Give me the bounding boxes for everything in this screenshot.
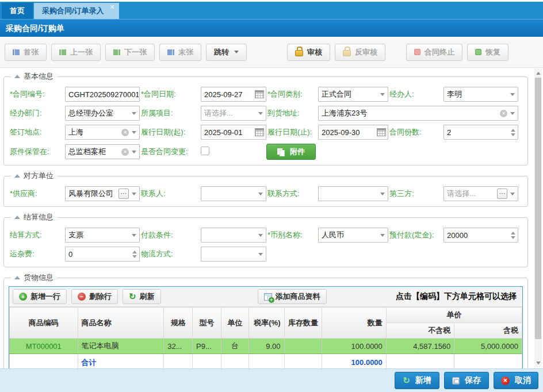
new-button[interactable]: 新增 xyxy=(395,372,439,389)
contract-change-checkbox[interactable] xyxy=(201,147,209,155)
goods-grid-panel: 新增一行 删除行 刷新 添加商品资料 点击【编码】下方单元格可以选择 xyxy=(9,286,523,372)
cell-model[interactable]: P9... xyxy=(193,339,221,354)
clear-icon[interactable] xyxy=(121,148,129,156)
prepayment-stepper[interactable]: 20000 xyxy=(443,228,518,243)
contact-way-select[interactable] xyxy=(318,186,388,201)
cell-name[interactable]: 笔记本电脑 xyxy=(78,339,164,354)
lookup-icon[interactable]: ⋯ xyxy=(497,189,507,199)
start-date-input[interactable]: 2025-09-01 xyxy=(201,125,266,140)
prev-record-label: 上一张 xyxy=(70,47,93,57)
project-select[interactable]: 请选择... xyxy=(201,106,266,121)
freight-label: 运杂费: xyxy=(9,249,65,259)
section-counterpart-title: 对方单位 xyxy=(24,171,53,181)
add-row-button[interactable]: 新增一行 xyxy=(13,289,67,304)
scroll-up-icon[interactable] xyxy=(534,69,542,77)
audit-button[interactable]: 审核 xyxy=(287,44,330,61)
sign-place-combo[interactable]: 上海 xyxy=(65,125,140,140)
restore-button[interactable]: 恢复 xyxy=(467,44,508,61)
chevron-down-icon xyxy=(377,228,387,242)
clear-icon[interactable] xyxy=(121,129,129,136)
department-select[interactable]: 总经理办公室 xyxy=(65,106,140,121)
freight-stepper[interactable]: 0 xyxy=(65,247,140,262)
contract-no-input[interactable]: CGHT202509270001 xyxy=(65,87,140,102)
cell-incl-tax[interactable]: 5,000.0000 xyxy=(454,339,522,354)
close-icon[interactable]: ✕ xyxy=(109,3,114,10)
tab-home[interactable]: 首页 xyxy=(2,3,33,19)
first-record-button[interactable]: 首张 xyxy=(5,44,47,61)
cell-unit[interactable]: 台 xyxy=(221,339,248,354)
cell-tax-rate[interactable]: 9.00 xyxy=(249,339,284,354)
settle-method-label: 结算方式: xyxy=(9,230,65,240)
section-settlement-legend[interactable]: 结算信息 xyxy=(11,212,57,222)
chevron-down-icon xyxy=(507,187,517,201)
spinner-icon[interactable] xyxy=(508,125,517,139)
prev-record-button[interactable]: 上一张 xyxy=(51,44,101,61)
cancel-x-icon xyxy=(501,376,510,385)
vertical-scrollbar[interactable] xyxy=(534,68,542,367)
calendar-icon[interactable] xyxy=(377,128,386,136)
add-table-icon xyxy=(264,293,272,301)
delivery-address-combo[interactable]: 上海浦东23号 xyxy=(318,106,518,121)
end-date-label: 履行日期(止): xyxy=(266,127,318,137)
prepayment-label: 预付款(定金): xyxy=(388,230,443,240)
cell-spec[interactable]: 32... xyxy=(164,339,193,354)
delivery-address-label: 到货地址: xyxy=(266,108,318,118)
currency-select[interactable]: 人民币 xyxy=(318,228,388,243)
delete-row-button[interactable]: 删除行 xyxy=(71,289,118,304)
section-counterpart: 对方单位 *供应商: 风暴有限公司⋯ 联系人: 联系方式: 第三方: 请选择..… xyxy=(3,171,528,207)
last-record-button[interactable]: 末张 xyxy=(159,44,201,61)
goods-table: 商品编码 商品名称 规格 型号 单位 税率(%) 库存数量 数量 单价 不含税 … xyxy=(9,307,522,371)
section-counterpart-legend[interactable]: 对方单位 xyxy=(11,171,57,181)
logistics-select[interactable] xyxy=(201,247,266,262)
terminate-label: 合同终止 xyxy=(425,47,454,57)
contract-no-label: *合同编号: xyxy=(9,89,65,99)
previous-icon xyxy=(59,49,66,55)
handler-select[interactable]: 李明 xyxy=(443,87,518,102)
scroll-down-icon[interactable] xyxy=(534,359,542,367)
payment-terms-select[interactable] xyxy=(201,228,266,243)
attachment-label: 附件 xyxy=(290,147,305,157)
contract-date-input[interactable]: 2025-09-27 xyxy=(201,87,266,102)
chevron-down-icon xyxy=(129,125,139,139)
calendar-icon[interactable] xyxy=(255,90,264,98)
cell-excl-tax[interactable]: 4,587.1560 xyxy=(386,339,454,354)
col-header-stock-qty: 库存数量 xyxy=(284,308,322,339)
scrollbar-thumb[interactable] xyxy=(535,78,541,339)
spinner-icon[interactable] xyxy=(508,228,517,242)
contact-select[interactable] xyxy=(201,186,266,201)
lookup-icon[interactable]: ⋯ xyxy=(118,189,129,199)
next-record-button[interactable]: 下一张 xyxy=(105,44,155,61)
original-keep-combo[interactable]: 总监档案柜 xyxy=(65,144,140,159)
supplier-combo[interactable]: 风暴有限公司⋯ xyxy=(65,186,140,201)
cancel-label: 取消 xyxy=(515,375,531,386)
calendar-icon[interactable] xyxy=(255,128,264,136)
cancel-button[interactable]: 取消 xyxy=(494,372,538,389)
spinner-icon[interactable] xyxy=(130,247,139,261)
unaudit-button[interactable]: 反审核 xyxy=(335,44,385,61)
clear-icon[interactable] xyxy=(500,110,507,117)
save-button[interactable]: 保存 xyxy=(444,372,489,389)
end-date-input[interactable]: 2025-09-30 xyxy=(318,125,388,140)
section-basic-legend[interactable]: 基本信息 xyxy=(11,71,57,82)
attachment-button[interactable]: 附件 xyxy=(266,144,316,160)
jump-button[interactable]: 跳转 xyxy=(206,44,247,61)
section-goods-legend[interactable]: 货物信息 xyxy=(11,272,57,283)
col-header-incl-tax: 含税 xyxy=(454,323,522,339)
refresh-icon xyxy=(129,293,136,301)
tab-purchase-contract-entry[interactable]: 采购合同/订单录入 ✕ xyxy=(34,3,119,19)
chevron-down-icon xyxy=(377,87,387,101)
settle-method-select[interactable]: 支票 xyxy=(65,228,140,243)
refresh-button[interactable]: 刷新 xyxy=(123,289,161,304)
delete-row-label: 删除行 xyxy=(89,291,112,302)
is-change-label: 是否合同变更: xyxy=(140,147,201,157)
contract-type-select[interactable]: 正式合同 xyxy=(318,87,388,102)
third-party-combo[interactable]: 请选择...⋯ xyxy=(443,186,518,201)
save-disk-icon xyxy=(452,377,460,385)
cell-code[interactable]: MT000001 xyxy=(10,339,78,354)
cell-qty[interactable]: 100.0000 xyxy=(322,339,386,354)
copies-stepper[interactable]: 2 xyxy=(443,125,518,140)
terminate-contract-button[interactable]: 合同终止 xyxy=(406,44,462,61)
add-product-button[interactable]: 添加商品资料 xyxy=(258,289,327,304)
contact-way-label: 联系方式: xyxy=(266,189,318,199)
cell-stock-qty[interactable] xyxy=(284,339,322,354)
